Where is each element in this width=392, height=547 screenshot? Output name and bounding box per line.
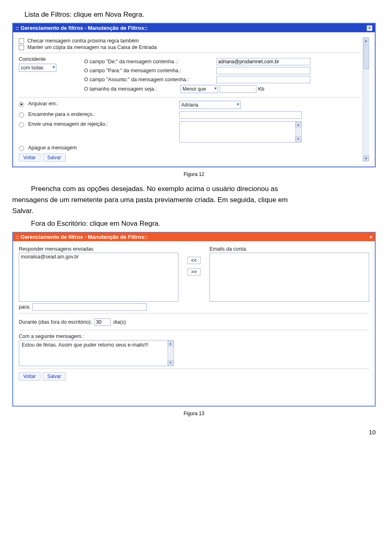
figure-caption-2: Figura 13 — [12, 411, 376, 416]
size-unit-label: Kb — [258, 86, 264, 92]
size-op-select-value: Menor que — [183, 86, 206, 92]
message-text: Estou de férias. Assim que puder retorno… — [22, 342, 149, 348]
radio-forward[interactable] — [19, 112, 24, 118]
title-text-2: :: Gerenciamento de filtros - Manutenção… — [16, 234, 148, 240]
divider — [19, 330, 369, 330]
divider — [19, 313, 369, 314]
subject-field-input[interactable] — [216, 76, 310, 83]
voltar-button[interactable]: Voltar — [19, 372, 40, 380]
coincidente-select-value: com todas — [21, 65, 43, 71]
radio-forward-label: Encaminhe para o endereço.: — [28, 111, 175, 117]
checkbox-keep-copy-label: Manter um cópia da mensagem na sua Caixa… — [27, 44, 157, 50]
radio-delete-label: Apague a mensagem — [28, 145, 175, 151]
account-emails-listbox[interactable] — [209, 253, 369, 302]
radio-reject[interactable] — [19, 122, 24, 127]
size-field-label: O tamanho da mensagem seja.: — [84, 86, 179, 92]
reply-sent-listbox[interactable]: monalisa@sead.am.gov.br — [19, 253, 178, 302]
page-number: 10 — [12, 429, 376, 436]
filter-window-2: :: Gerenciamento de filtros - Manutenção… — [12, 232, 376, 407]
close-icon[interactable]: × — [369, 234, 372, 240]
archive-folder-select[interactable]: Adriana — [179, 101, 241, 109]
reply-sent-label: Responder mensagens enviadas — [19, 246, 178, 252]
divider — [19, 97, 361, 98]
intro-text: Lista de Filtros: clique em Nova Regra. — [24, 11, 376, 19]
body-para-1c: Salvar. — [12, 207, 376, 216]
move-right-button[interactable]: >> — [187, 268, 200, 276]
titlebar-2: :: Gerenciamento de filtros - Manutenção… — [13, 233, 375, 241]
reject-message-textarea[interactable]: ▴▾ — [179, 121, 302, 142]
radio-delete[interactable] — [19, 146, 24, 151]
days-suffix-label: dia(s) — [113, 319, 126, 325]
figure-caption-1: Figura 12 — [12, 171, 376, 177]
divider — [19, 369, 369, 369]
scroll-thumb[interactable] — [363, 44, 369, 69]
from-field-input[interactable] — [216, 58, 310, 65]
coincidente-select[interactable]: com todas — [19, 64, 56, 72]
para-label: para: — [19, 304, 31, 310]
out-of-office-message-textarea[interactable]: Estou de férias. Assim que puder retorno… — [19, 340, 174, 366]
subject-field-label: O campo "Assunto:" da mensagem contenha.… — [84, 77, 215, 82]
size-op-select[interactable]: Menor que — [180, 85, 218, 93]
to-field-label: O campo "Para:" da mensagem contenha.: — [84, 68, 215, 73]
textarea-scrollbar[interactable]: ▴▾ — [295, 122, 301, 142]
scroll-up-icon[interactable]: ▴ — [363, 38, 369, 43]
move-left-button[interactable]: << — [187, 257, 200, 264]
titlebar-1: :: Gerenciamento de filtros - Manutenção… — [13, 24, 375, 32]
title-text-1: :: Gerenciamento de filtros - Manutenção… — [16, 25, 148, 31]
message-label: Com a seguinte mensagem.: — [19, 334, 369, 339]
account-emails-label: Emails da conta: — [209, 246, 369, 252]
divider — [19, 53, 361, 53]
scroll-down-icon[interactable]: ▾ — [363, 156, 369, 161]
body-para-1b: mensagens de um remetente para uma pasta… — [12, 196, 376, 205]
radio-archive[interactable] — [19, 102, 24, 107]
para-input[interactable] — [32, 303, 147, 311]
coincidente-label: Coincidente — [19, 56, 84, 62]
days-input[interactable] — [94, 318, 111, 326]
checkbox-keep-copy[interactable] — [19, 45, 24, 50]
radio-reject-label: Envie uma mensagem de rejeição.: — [28, 121, 175, 127]
close-icon[interactable]: × — [367, 25, 372, 31]
salvar-button[interactable]: Salvar — [43, 372, 66, 380]
from-field-label: O campo "De:" da mensagem contenha .: — [84, 59, 215, 64]
window-scrollbar[interactable]: ▴ ▾ — [363, 37, 369, 162]
list-item[interactable]: monalisa@sead.am.gov.br — [21, 254, 176, 260]
radio-archive-label: Arquivar em.: — [28, 101, 175, 107]
to-field-input[interactable] — [216, 67, 310, 74]
days-prefix-label: Durante (dias fora do escritório): — [19, 319, 92, 325]
voltar-button[interactable]: Voltar — [19, 153, 40, 162]
textarea-scrollbar[interactable]: ▴▾ — [167, 341, 173, 365]
forward-address-input[interactable] — [179, 111, 302, 119]
filter-window-1: :: Gerenciamento de filtros - Manutenção… — [12, 23, 376, 167]
checkbox-next-rule-label: Checar mensagem contra próxima regra tam… — [27, 38, 139, 44]
body-para-2: Fora do Escritório: clique em Nova Regra… — [12, 219, 376, 229]
archive-folder-value: Adriana — [181, 102, 198, 108]
size-value-input[interactable] — [220, 85, 256, 93]
body-para-1a: Preencha com as opções desejadas. No exe… — [12, 185, 376, 194]
salvar-button[interactable]: Salvar — [43, 153, 66, 162]
checkbox-next-rule[interactable] — [19, 38, 24, 44]
